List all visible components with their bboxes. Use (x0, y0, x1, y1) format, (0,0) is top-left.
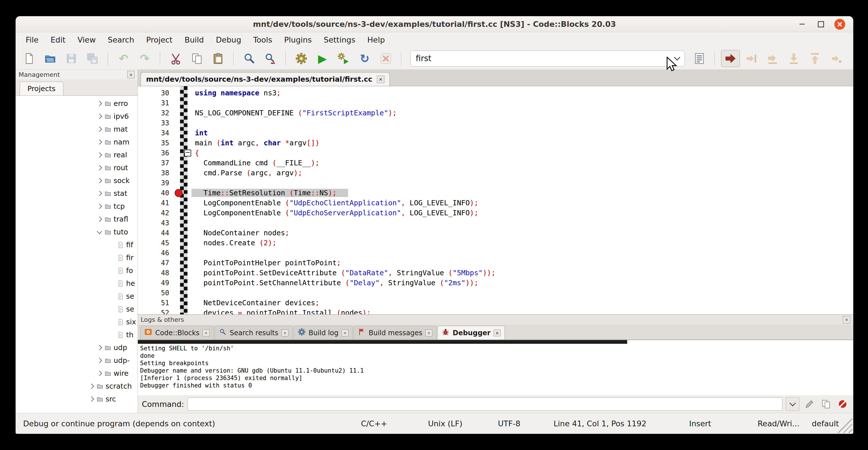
debug-continue-button[interactable] (721, 50, 740, 67)
tree-item[interactable]: nam (16, 136, 137, 148)
menu-file[interactable]: File (20, 32, 44, 48)
chevron-right-icon[interactable] (96, 166, 103, 170)
menu-help[interactable]: Help (361, 32, 391, 48)
step-into-instruction-button[interactable] (848, 50, 854, 67)
step-out-button[interactable] (806, 50, 824, 67)
menu-settings[interactable]: Settings (318, 32, 362, 48)
line-number[interactable]: 31 (138, 99, 173, 107)
code-text[interactable]: devices = pointToPoint.Install (nodes); (191, 309, 371, 314)
code-editor[interactable]: 30using namespace ns3;3132NS_LOG_COMPONE… (138, 86, 853, 314)
tab-build-messages[interactable]: Build messages (353, 326, 437, 339)
step-into-button[interactable] (784, 50, 803, 67)
chevron-right-icon[interactable] (96, 371, 103, 375)
line-number[interactable]: 33 (138, 119, 173, 127)
tree-item[interactable]: se (16, 290, 137, 303)
abort-build-button[interactable] (376, 50, 395, 67)
code-line[interactable]: 48 pointToPoint.SetDeviceAttribute ("Dat… (138, 268, 853, 278)
copy-button[interactable] (187, 50, 206, 67)
debugger-log[interactable]: Setting SHELL to '/bin/sh'doneSetting br… (138, 340, 853, 395)
chevron-right-icon[interactable] (96, 205, 103, 208)
tree-item[interactable]: rout (16, 161, 137, 174)
copy-log-button[interactable] (819, 397, 833, 411)
tree-item[interactable]: tuto (16, 226, 137, 238)
tree-item[interactable]: mat (16, 123, 137, 136)
tree-item[interactable]: erro (16, 97, 137, 110)
line-number[interactable]: 51 (138, 299, 173, 307)
menu-view[interactable]: View (71, 32, 101, 48)
menu-project[interactable]: Project (140, 32, 178, 48)
breakpoint-icon[interactable] (175, 189, 183, 197)
code-text[interactable]: CommandLine cmd (__FILE__); (191, 159, 319, 167)
line-number[interactable]: 45 (138, 239, 173, 247)
stop-debugger-button[interactable] (836, 397, 849, 411)
tab-build-log[interactable]: Build log (293, 326, 353, 339)
tree-item[interactable]: trafl (16, 213, 137, 226)
tree-item[interactable]: fif (16, 238, 137, 251)
code-line[interactable]: 50 (138, 288, 853, 298)
code-line[interactable]: 34int (138, 128, 853, 138)
code-line[interactable]: 36{ (138, 148, 853, 158)
line-number[interactable]: 43 (138, 219, 173, 227)
chevron-right-icon[interactable] (96, 359, 103, 362)
run-to-cursor-button[interactable] (742, 50, 761, 67)
line-number[interactable]: 49 (138, 279, 173, 287)
tree-item[interactable]: real (16, 148, 137, 161)
line-number[interactable]: 41 (138, 199, 173, 207)
tree-item[interactable]: udp- (16, 354, 137, 367)
code-text[interactable]: cmd.Parse (argc, argv); (191, 169, 302, 177)
tab-projects[interactable]: Projects (20, 82, 63, 95)
breakpoint-margin[interactable] (173, 189, 184, 197)
close-tab-icon[interactable] (377, 76, 384, 83)
build-button[interactable] (292, 50, 311, 67)
line-number[interactable]: 52 (138, 309, 173, 314)
tree-item[interactable]: fo (16, 264, 137, 277)
code-line[interactable]: 43 (138, 218, 853, 228)
tab-debugger[interactable]: Debugger (437, 326, 505, 339)
code-line[interactable]: 31 (138, 98, 853, 108)
code-text[interactable]: nodes.Create (2); (191, 239, 277, 247)
tree-item[interactable]: th (16, 328, 137, 341)
code-text[interactable]: LogComponentEnable ("UdpEchoClientApplic… (191, 199, 478, 207)
line-number[interactable]: 38 (138, 169, 173, 177)
line-number[interactable]: 46 (138, 249, 173, 257)
code-text[interactable]: LogComponentEnable ("UdpEchoServerApplic… (191, 209, 478, 217)
command-dropdown-button[interactable] (786, 397, 800, 411)
minimize-button[interactable] (797, 19, 807, 30)
code-text[interactable]: Time::SetResolution (Time::NS); (191, 189, 348, 197)
line-number[interactable]: 32 (138, 109, 173, 117)
tree-item[interactable]: sock (16, 174, 137, 187)
debugger-windows-button[interactable] (690, 50, 709, 67)
tree-item[interactable]: scratch (16, 380, 137, 393)
undo-button[interactable]: ↶ (114, 50, 133, 67)
tree-item[interactable]: he (16, 277, 137, 290)
new-file-button[interactable] (20, 50, 38, 67)
close-button[interactable]: × (834, 19, 845, 30)
code-line[interactable]: 44 NodeContainer nodes; (138, 228, 853, 238)
fold-marker-icon[interactable] (184, 150, 191, 156)
tree-item[interactable]: ipv6 (16, 110, 137, 123)
project-tree[interactable]: erroipv6matnamrealroutsockstattcptrafltu… (16, 96, 137, 413)
menu-search[interactable]: Search (102, 32, 141, 48)
code-text[interactable]: NS_LOG_COMPONENT_DEFINE ("FirstScriptExa… (191, 109, 397, 117)
paste-button[interactable] (209, 50, 227, 67)
tree-item[interactable]: tcp (16, 200, 137, 213)
chevron-right-icon[interactable] (88, 397, 95, 401)
fold-margin[interactable] (184, 150, 191, 156)
code-text[interactable]: pointToPoint.SetDeviceAttribute ("DataRa… (191, 269, 496, 277)
build-target-combo[interactable] (410, 51, 685, 66)
menu-plugins[interactable]: Plugins (278, 32, 318, 48)
editor-tab[interactable]: mnt/dev/tools/source/ns-3-dev/examples/t… (141, 72, 390, 86)
code-line[interactable]: 42 LogComponentEnable ("UdpEchoServerApp… (138, 208, 853, 218)
run-button[interactable]: ▶ (313, 50, 332, 67)
save-button[interactable] (62, 50, 81, 67)
line-number[interactable]: 35 (138, 139, 173, 147)
code-line[interactable]: 33 (138, 118, 853, 128)
code-text[interactable]: using namespace ns3; (191, 89, 281, 97)
close-tab-icon[interactable] (426, 330, 432, 336)
tree-item[interactable]: udp (16, 341, 137, 354)
line-number[interactable]: 39 (138, 179, 173, 187)
line-number[interactable]: 47 (138, 259, 173, 267)
code-line[interactable]: 32NS_LOG_COMPONENT_DEFINE ("FirstScriptE… (138, 108, 853, 118)
titlebar[interactable]: mnt/dev/tools/source/ns-3-dev/examples/t… (16, 16, 853, 32)
command-input[interactable] (187, 397, 782, 411)
